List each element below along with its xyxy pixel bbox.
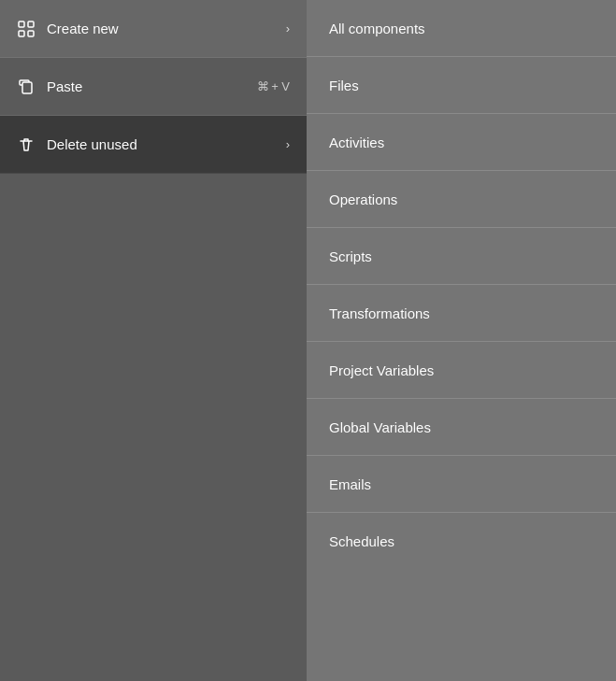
- operations-label: Operations: [329, 192, 397, 207]
- cmd-symbol: ⌘: [257, 79, 269, 93]
- paste-shortcut: ⌘ + V: [257, 79, 290, 93]
- submenu-transformations[interactable]: Transformations: [307, 285, 616, 342]
- left-panel: Create new › Paste ⌘ + V Delete unused ›: [0, 0, 307, 681]
- svg-rect-4: [22, 82, 32, 93]
- grid-icon: [17, 20, 36, 38]
- create-new-item[interactable]: Create new ›: [0, 0, 307, 58]
- submenu-global-variables[interactable]: Global Variables: [307, 399, 616, 456]
- global-variables-label: Global Variables: [329, 419, 431, 435]
- submenu-project-variables[interactable]: Project Variables: [307, 342, 616, 399]
- delete-unused-chevron: ›: [286, 137, 290, 151]
- schedules-label: Schedules: [329, 533, 394, 549]
- transformations-label: Transformations: [329, 305, 430, 321]
- submenu-scripts[interactable]: Scripts: [307, 228, 616, 285]
- delete-unused-label: Delete unused: [47, 136, 286, 152]
- paste-item[interactable]: Paste ⌘ + V: [0, 58, 307, 116]
- all-components-label: All components: [329, 21, 425, 36]
- submenu-operations[interactable]: Operations: [307, 171, 616, 228]
- paste-label: Paste: [47, 78, 257, 94]
- submenu-activities[interactable]: Activities: [307, 114, 616, 171]
- delete-unused-item[interactable]: Delete unused ›: [0, 116, 307, 174]
- submenu-schedules[interactable]: Schedules: [307, 513, 616, 570]
- paste-icon: [17, 78, 36, 96]
- project-variables-label: Project Variables: [329, 362, 434, 378]
- submenu-files[interactable]: Files: [307, 57, 616, 114]
- svg-rect-0: [19, 21, 24, 27]
- scripts-label: Scripts: [329, 248, 372, 264]
- activities-label: Activities: [329, 135, 384, 150]
- svg-rect-1: [28, 21, 34, 27]
- trash-icon: [17, 135, 36, 154]
- create-new-label: Create new: [47, 21, 286, 36]
- files-label: Files: [329, 78, 359, 93]
- svg-rect-2: [19, 31, 24, 36]
- svg-rect-3: [28, 31, 34, 36]
- plus-v: + V: [271, 79, 290, 93]
- emails-label: Emails: [329, 476, 371, 492]
- submenu-all-components[interactable]: All components: [307, 0, 616, 57]
- create-new-chevron: ›: [286, 21, 290, 35]
- submenu-emails[interactable]: Emails: [307, 456, 616, 513]
- right-panel: All components Files Activities Operatio…: [307, 0, 616, 681]
